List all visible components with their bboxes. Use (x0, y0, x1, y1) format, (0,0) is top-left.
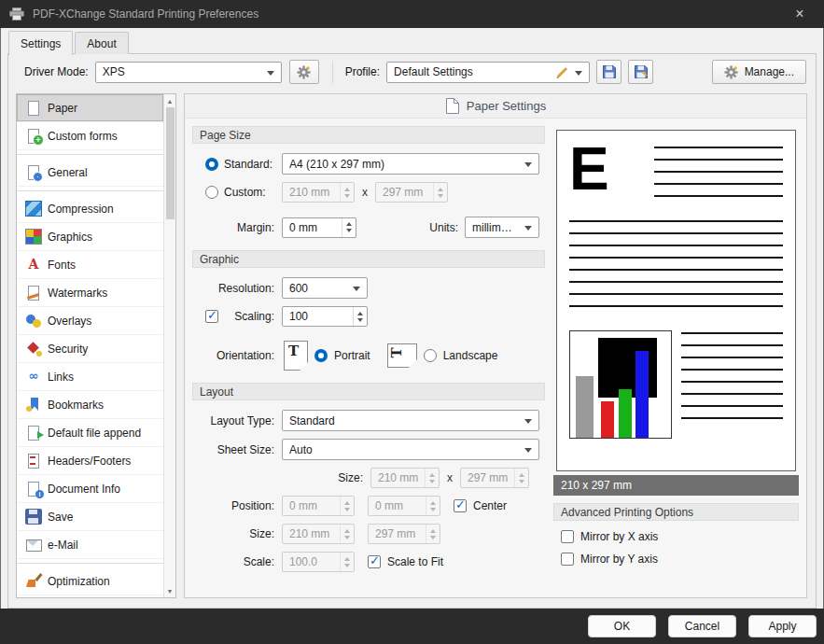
sidebar-item-general[interactable]: General (17, 159, 163, 187)
form-row: Size: 210 mm x 297 mm (205, 468, 545, 488)
portrait-page-icon (284, 341, 308, 371)
panel-title-bar: Paper Settings (185, 94, 806, 119)
units-label: Units: (429, 221, 458, 234)
preview-text-lines (654, 147, 783, 205)
sidebar-item-headers-footers[interactable]: Headers/Footers (17, 447, 163, 475)
driver-mode-select[interactable]: XPS (95, 62, 282, 83)
manage-button[interactable]: Manage... (712, 60, 806, 84)
scale-to-fit-checkbox[interactable] (368, 555, 381, 568)
position-x-input[interactable]: 0 mm (282, 496, 355, 516)
broom-icon (25, 573, 42, 589)
spinner-up-down[interactable] (353, 307, 367, 326)
tab-about[interactable]: About (75, 32, 128, 54)
sidebar-item-optimization[interactable]: Optimization (17, 567, 163, 595)
output-height-input[interactable]: 297 mm (368, 524, 440, 544)
position-y-input[interactable]: 0 mm (368, 496, 440, 516)
output-size-label: Size: (205, 527, 274, 540)
sheet-height-input[interactable]: 297 mm (460, 468, 529, 488)
form-row: Mirror by X axis (561, 530, 799, 543)
save-icon (602, 64, 617, 79)
form-row: Margin: 0 mm Units: millimeter (205, 217, 545, 238)
sidebar-item-custom-forms[interactable]: Custom forms (17, 122, 163, 150)
spinner-up-down[interactable] (340, 497, 354, 515)
layout-type-select[interactable]: Standard (282, 410, 539, 431)
spinner-up-down[interactable] (514, 469, 528, 487)
landscape-radio[interactable] (424, 349, 437, 362)
standard-size-select[interactable]: A4 (210 x 297 mm) (282, 153, 539, 175)
resolution-select[interactable]: 600 (282, 277, 368, 299)
save-profile-button[interactable] (596, 60, 621, 84)
sidebar-item-graphics[interactable]: Graphics (17, 223, 163, 251)
scroll-up-icon[interactable]: ▲ (164, 94, 175, 107)
chart-bar (619, 389, 632, 438)
sidebar-item-bookmarks[interactable]: Bookmarks (17, 391, 163, 419)
standard-radio[interactable] (205, 158, 218, 171)
preview-text-lines (681, 332, 783, 427)
scrollbar-thumb[interactable] (166, 107, 175, 219)
headers-footers-icon (25, 453, 42, 469)
sidebar-item-email[interactable]: e-Mail (17, 531, 163, 559)
compression-icon (25, 201, 42, 217)
units-select[interactable]: millimeter (465, 217, 539, 238)
gear-icon (724, 65, 738, 79)
spinner-up-down[interactable] (425, 469, 439, 487)
section-title: Layout (200, 385, 233, 399)
scaling-input[interactable]: 100 (282, 306, 368, 327)
category-list: Paper Custom forms General Compression G… (17, 94, 163, 597)
scale-input[interactable]: 100.0 (282, 552, 355, 572)
custom-width-input[interactable]: 210 mm (282, 182, 355, 203)
scaling-label: Scaling: (224, 310, 274, 323)
form-row: Resolution: 600 (205, 277, 545, 299)
chevron-down-icon (524, 226, 532, 231)
sidebar-item-compression[interactable]: Compression (17, 195, 163, 223)
margin-input[interactable]: 0 mm (282, 217, 356, 238)
profile-select[interactable]: Default Settings (386, 62, 590, 83)
save-profile-as-button[interactable] (628, 60, 653, 84)
image-icon (25, 229, 42, 245)
custom-label: Custom: (224, 186, 282, 199)
printing-preferences-dialog: { "colors": { "accent": "#0067c0", "titl… (0, 0, 824, 644)
spinner-up-down[interactable] (433, 183, 447, 202)
sidebar-item-links[interactable]: Links (17, 363, 163, 391)
sidebar-item-save[interactable]: Save (17, 503, 163, 531)
custom-radio[interactable] (205, 186, 218, 199)
center-checkbox[interactable] (454, 499, 467, 512)
sidebar-scrollbar[interactable]: ▲ ▼ (163, 94, 175, 597)
sidebar-item-fonts[interactable]: Fonts (17, 251, 163, 279)
chevron-down-icon (353, 287, 360, 291)
mirror-x-checkbox[interactable] (561, 530, 574, 543)
portrait-radio[interactable] (314, 349, 328, 362)
sidebar-item-overlays[interactable]: Overlays (17, 307, 163, 335)
sidebar-item-default-file-append[interactable]: Default file append (17, 419, 163, 447)
cancel-button[interactable]: Cancel (668, 615, 736, 637)
sidebar-item-watermarks[interactable]: Watermarks (17, 279, 163, 307)
page-append-icon (25, 425, 42, 441)
portrait-label: Portrait (334, 349, 370, 362)
spinner-up-down[interactable] (342, 218, 356, 237)
save-as-icon (634, 64, 649, 79)
scaling-checkbox[interactable] (205, 310, 218, 323)
spinner-up-down[interactable] (426, 497, 440, 515)
font-icon (25, 257, 42, 273)
spinner-up-down[interactable] (340, 553, 354, 571)
scroll-down-icon[interactable]: ▼ (164, 584, 175, 597)
driver-options-button[interactable] (289, 60, 319, 84)
sidebar-item-document-info[interactable]: Document Info (17, 475, 163, 503)
close-button[interactable]: × (785, 0, 815, 28)
sheet-width-input[interactable]: 210 mm (370, 468, 440, 488)
sidebar-item-paper[interactable]: Paper (17, 94, 163, 122)
mirror-y-checkbox[interactable] (561, 553, 574, 566)
preview-size-caption: 210 x 297 mm (553, 475, 799, 496)
apply-button[interactable]: Apply (748, 615, 817, 637)
tab-settings[interactable]: Settings (8, 31, 73, 55)
layout-type-value: Standard (289, 414, 518, 427)
sidebar-item-security[interactable]: Security (17, 335, 163, 363)
spinner-up-down[interactable] (340, 525, 354, 543)
spinner-up-down[interactable] (426, 525, 440, 543)
sheet-size-select[interactable]: Auto (282, 439, 539, 460)
custom-height-input[interactable]: 297 mm (375, 182, 448, 203)
spinner-up-down[interactable] (340, 183, 354, 202)
output-width-input[interactable]: 210 mm (282, 524, 355, 544)
ok-button[interactable]: OK (588, 615, 656, 637)
sidebar-group-separator (17, 559, 163, 567)
